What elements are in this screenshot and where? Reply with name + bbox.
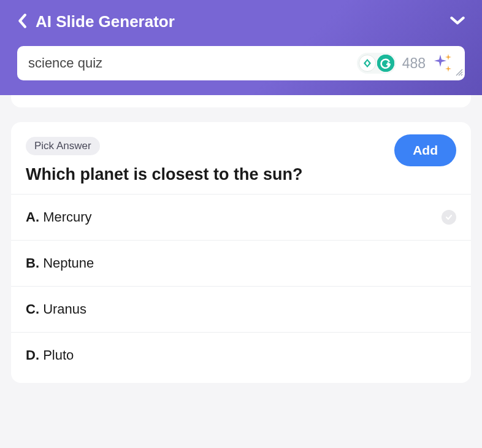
resize-handle-icon[interactable]	[456, 68, 463, 79]
question-type-tag: Pick Answer	[26, 137, 100, 155]
answer-text: B. Neptune	[26, 255, 94, 271]
question-text: Which planet is closest to the sun?	[26, 164, 394, 185]
header-title-wrap: AI Slide Generator	[17, 12, 175, 31]
answer-option-b[interactable]: B. Neptune	[11, 241, 471, 287]
check-icon	[442, 210, 456, 225]
back-icon[interactable]	[17, 14, 27, 31]
answer-option-a[interactable]: A. Mercury	[11, 195, 471, 241]
page-title: AI Slide Generator	[36, 12, 175, 31]
answer-option-c[interactable]: C. Uranus	[11, 287, 471, 333]
add-button[interactable]: Add	[394, 134, 456, 166]
diamond-icon[interactable]	[359, 55, 376, 72]
chevron-down-icon[interactable]	[450, 16, 465, 28]
char-count: 488	[402, 55, 426, 72]
svg-point-0	[377, 55, 394, 72]
search-container: 488	[17, 46, 465, 80]
answer-option-d[interactable]: D. Pluto	[11, 333, 471, 378]
answers-list: A. Mercury B. Neptune C. Uranus	[11, 194, 471, 378]
svg-line-3	[461, 74, 462, 75]
question-card: Pick Answer Which planet is closest to t…	[11, 122, 471, 383]
grammarly-badges	[357, 53, 396, 74]
header: AI Slide Generator	[0, 0, 482, 95]
sparkle-icon[interactable]	[432, 52, 454, 74]
question-header-left: Pick Answer Which planet is closest to t…	[26, 137, 394, 185]
search-right: 488	[357, 52, 454, 74]
content-area: Pick Answer Which planet is closest to t…	[0, 95, 482, 383]
answer-text: D. Pluto	[26, 347, 74, 363]
search-input[interactable]	[28, 55, 357, 71]
question-header: Pick Answer Which planet is closest to t…	[11, 137, 471, 185]
answer-text: A. Mercury	[26, 209, 92, 225]
grammarly-icon[interactable]	[377, 55, 394, 72]
header-top: AI Slide Generator	[17, 12, 465, 31]
answer-text: C. Uranus	[26, 301, 86, 317]
previous-card-stub	[11, 95, 471, 107]
